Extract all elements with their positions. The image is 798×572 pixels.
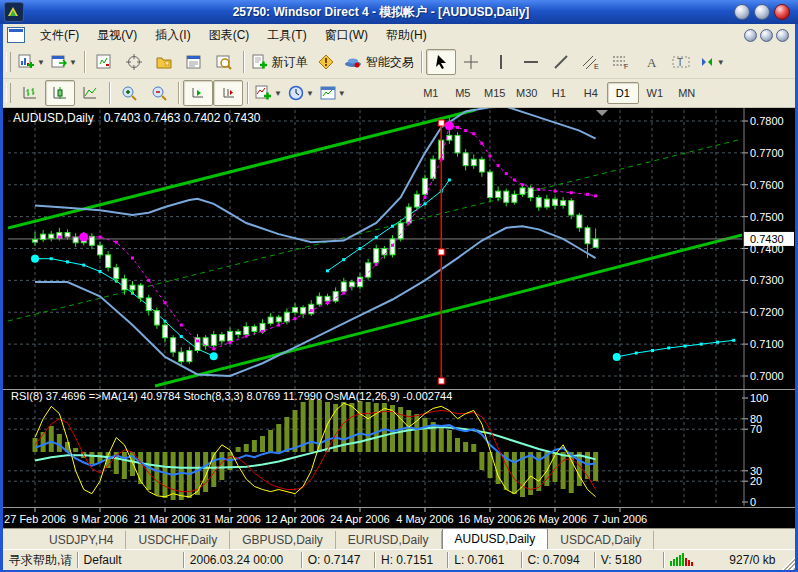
svg-text:24 Apr 2006: 24 Apr 2006 <box>330 513 389 525</box>
trendline-tool-button[interactable] <box>546 49 576 75</box>
status-traffic: 927/0 kb <box>701 553 781 567</box>
status-profile[interactable]: Default <box>78 553 183 567</box>
chart-tab-audusd[interactable]: AUDUSD,Daily <box>442 528 549 550</box>
price-chart-canvas[interactable]: 0.78000.77000.76000.75000.74000.73000.72… <box>3 108 795 528</box>
horizontal-line-tool-button[interactable] <box>516 49 546 75</box>
toolbar-grip[interactable] <box>6 52 11 72</box>
zoom-out-icon <box>151 85 167 101</box>
metaeditor-button[interactable] <box>311 49 341 75</box>
status-low-value: L: 0.7061 <box>448 553 520 567</box>
close-button[interactable] <box>774 4 790 20</box>
chevron-down-icon: ▼ <box>37 58 45 67</box>
periods-button[interactable]: ▼ <box>285 80 317 106</box>
new-order-icon <box>251 54 268 70</box>
zoom-in-button[interactable] <box>114 80 144 106</box>
menu-item-5[interactable]: 窗口(W) <box>316 24 377 47</box>
folder-star-icon <box>156 54 172 70</box>
auto-scroll-button[interactable] <box>183 80 213 106</box>
channel-tool-button[interactable]: E <box>576 49 606 75</box>
svg-text:A: A <box>647 55 657 70</box>
candlestick-chart-button[interactable] <box>45 80 75 106</box>
arrows-tool-button[interactable]: ▼ <box>696 49 728 75</box>
window-title: 25750: Windsor Direct 4 - 模拟帐户 - [AUDUSD… <box>28 4 734 21</box>
svg-text:21 Mar 2006: 21 Mar 2006 <box>134 513 196 525</box>
child-close-button[interactable] <box>776 29 789 42</box>
expert-advisors-button[interactable]: 智能交易 <box>341 49 417 75</box>
chart-tab-gbpusd[interactable]: GBPUSD,Daily <box>230 531 336 549</box>
new-order-label: 新订单 <box>272 54 308 71</box>
chevron-down-icon: ▼ <box>306 89 314 98</box>
timeframe-button-m1[interactable]: M1 <box>415 82 447 104</box>
new-chart-button[interactable]: ▼ <box>15 49 48 75</box>
window-titlebar[interactable]: 25750: Windsor Direct 4 - 模拟帐户 - [AUDUSD… <box>0 0 798 24</box>
minimize-button[interactable] <box>734 4 750 20</box>
svg-text:0.7800: 0.7800 <box>750 115 784 127</box>
data-window-button[interactable] <box>119 49 149 75</box>
restore-button[interactable] <box>754 4 770 20</box>
chart-area[interactable]: 0.78000.77000.76000.75000.74000.73000.72… <box>3 108 795 528</box>
svg-text:0.7200: 0.7200 <box>750 306 784 318</box>
text-label-tool-button[interactable]: T <box>666 49 696 75</box>
crosshair-tool-button[interactable] <box>456 49 486 75</box>
templates-button[interactable]: ▼ <box>317 80 349 106</box>
chart-tab-eurusd[interactable]: EURUSD,Daily <box>336 531 442 549</box>
template-icon <box>320 85 336 101</box>
indicators-icon <box>255 85 272 101</box>
timeframe-button-m5[interactable]: M5 <box>447 82 479 104</box>
navigator-button[interactable] <box>149 49 179 75</box>
connection-status-icon <box>664 552 701 569</box>
menu-item-6[interactable]: 帮助(H) <box>377 24 436 47</box>
chart-shift-button[interactable] <box>213 80 243 106</box>
new-order-button[interactable]: 新订单 <box>248 49 311 75</box>
timeframe-button-m30[interactable]: M30 <box>511 82 543 104</box>
charts-toolbar: ▼ ▼ ▼ M1M5M15M30H1H4D1W1MN <box>3 79 795 108</box>
timeframe-button-h1[interactable]: H1 <box>543 82 575 104</box>
resize-grip[interactable] <box>781 556 795 570</box>
timeframe-button-mn[interactable]: MN <box>671 82 703 104</box>
status-bar-time: 2006.03.24 00:00 <box>184 553 301 567</box>
zoom-out-button[interactable] <box>144 80 174 106</box>
warning-diamond-icon <box>318 54 334 70</box>
menu-item-1[interactable]: 显视(V) <box>88 24 146 47</box>
chart-window-icon[interactable] <box>7 27 25 43</box>
toolbar-grip[interactable] <box>6 83 11 103</box>
svg-text:0.7700: 0.7700 <box>750 147 784 159</box>
current-price-label: 0.7430 <box>750 233 784 245</box>
bar-chart-button[interactable] <box>15 80 45 106</box>
status-bar: 寻求帮助,请 Default 2006.03.24 00:00 O: 0.714… <box>3 549 795 570</box>
chevron-down-icon: ▼ <box>717 58 725 67</box>
symbol-period-label: AUDUSD,Daily <box>13 111 94 125</box>
timeframe-button-w1[interactable]: W1 <box>639 82 671 104</box>
auto-scroll-icon <box>190 85 206 101</box>
svg-text:16 May 2006: 16 May 2006 <box>458 513 522 525</box>
timeframe-button-d1[interactable]: D1 <box>607 82 639 104</box>
chart-tab-usdchf[interactable]: USDCHF,Daily <box>126 531 230 549</box>
menu-item-4[interactable]: 工具(T) <box>258 24 315 47</box>
strategy-tester-button[interactable] <box>209 49 239 75</box>
svg-text:0: 0 <box>750 496 756 508</box>
status-volume-value: V: 5180 <box>595 553 663 567</box>
cursor-arrow-icon <box>433 54 449 70</box>
svg-text:9 Mar 2006: 9 Mar 2006 <box>72 513 128 525</box>
chart-tabs-bar: USDJPY,H4USDCHF,DailyGBPUSD,DailyEURUSD,… <box>3 528 795 550</box>
chart-tab-usdjpy[interactable]: USDJPY,H4 <box>37 531 126 549</box>
cursor-tool-button[interactable] <box>426 49 456 75</box>
vertical-line-icon <box>493 54 509 70</box>
indicators-button[interactable]: ▼ <box>252 80 285 106</box>
menu-item-3[interactable]: 图表(C) <box>200 24 259 47</box>
fibonacci-tool-button[interactable]: F <box>606 49 636 75</box>
vertical-line-tool-button[interactable] <box>486 49 516 75</box>
menu-item-0[interactable]: 文件(F) <box>31 24 88 47</box>
chart-tab-usdcad[interactable]: USDCAD,Daily <box>548 531 654 549</box>
child-restore-button[interactable] <box>760 29 773 42</box>
terminal-button[interactable] <box>179 49 209 75</box>
trendline-icon <box>553 54 569 70</box>
line-chart-button[interactable] <box>75 80 105 106</box>
menu-item-2[interactable]: 插入(I) <box>146 24 199 47</box>
text-tool-button[interactable]: A <box>636 49 666 75</box>
market-watch-button[interactable] <box>89 49 119 75</box>
timeframe-button-h4[interactable]: H4 <box>575 82 607 104</box>
child-minimize-button[interactable] <box>744 29 757 42</box>
timeframe-button-m15[interactable]: M15 <box>479 82 511 104</box>
profiles-button[interactable]: ▼ <box>48 49 80 75</box>
